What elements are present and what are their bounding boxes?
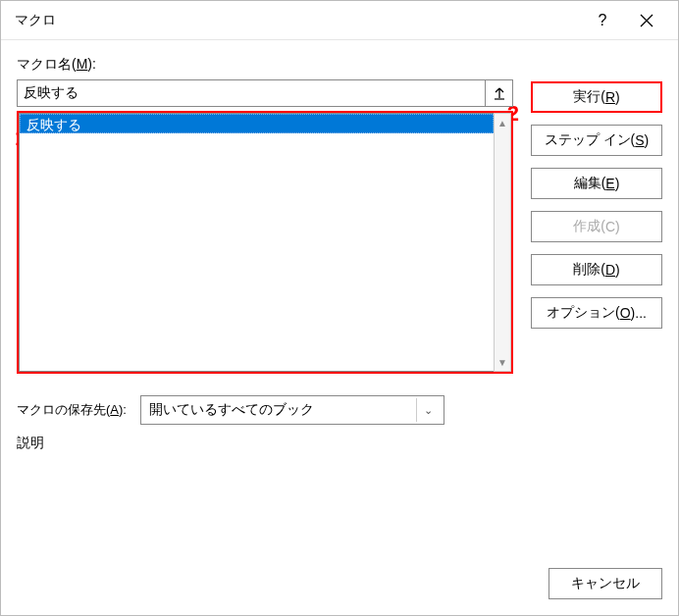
list-item[interactable]: 反映する bbox=[20, 114, 494, 133]
run-button[interactable]: 実行(R) bbox=[531, 81, 662, 113]
right-column: 実行(R) ステップ イン(S) 編集(E) 作成(C) 削除(D) オプション… bbox=[531, 56, 662, 452]
delete-button[interactable]: 削除(D) bbox=[531, 254, 662, 285]
close-button[interactable] bbox=[623, 5, 670, 36]
close-icon bbox=[640, 14, 653, 27]
top-row: マクロ名(M): 反映する ▲ ▼ bbox=[17, 56, 662, 452]
chevron-down-icon: ⌄ bbox=[416, 398, 440, 422]
left-column: マクロ名(M): 反映する ▲ ▼ bbox=[17, 56, 513, 452]
scroll-up-icon[interactable]: ▲ bbox=[495, 114, 510, 131]
save-location-row: マクロの保存先(A): 開いているすべてのブック ⌄ bbox=[17, 395, 513, 425]
scroll-down-icon[interactable]: ▼ bbox=[495, 353, 510, 371]
edit-button[interactable]: 編集(E) bbox=[531, 168, 662, 199]
scrollbar[interactable]: ▲ ▼ bbox=[494, 113, 511, 372]
macro-listbox-wrap: 反映する ▲ ▼ bbox=[17, 111, 513, 374]
macro-listbox[interactable]: 反映する bbox=[19, 113, 494, 372]
dropdown-value: 開いているすべてのブック bbox=[149, 401, 416, 419]
save-location-label: マクロの保存先(A): bbox=[17, 401, 127, 419]
macro-name-input[interactable] bbox=[17, 79, 486, 107]
description-label: 説明 bbox=[17, 435, 513, 452]
bottom-bar: キャンセル bbox=[17, 558, 662, 599]
expand-up-button[interactable] bbox=[486, 79, 513, 107]
help-button[interactable]: ? bbox=[582, 5, 623, 36]
macro-name-row bbox=[17, 79, 513, 107]
create-button: 作成(C) bbox=[531, 211, 662, 242]
macro-name-label: マクロ名(M): bbox=[17, 56, 513, 74]
step-in-button[interactable]: ステップ イン(S) bbox=[531, 125, 662, 156]
dialog-title: マクロ bbox=[15, 12, 582, 29]
cancel-button[interactable]: キャンセル bbox=[548, 568, 662, 599]
macro-dialog: マクロ ? 1 2 マクロ名(M): 反映する bbox=[0, 0, 679, 616]
titlebar: マクロ ? bbox=[1, 1, 678, 40]
options-button[interactable]: オプション(O)... bbox=[531, 297, 662, 329]
arrow-up-icon bbox=[493, 86, 506, 100]
save-location-dropdown[interactable]: 開いているすべてのブック ⌄ bbox=[140, 395, 444, 425]
dialog-content: 1 2 マクロ名(M): 反映する ▲ bbox=[1, 40, 678, 615]
